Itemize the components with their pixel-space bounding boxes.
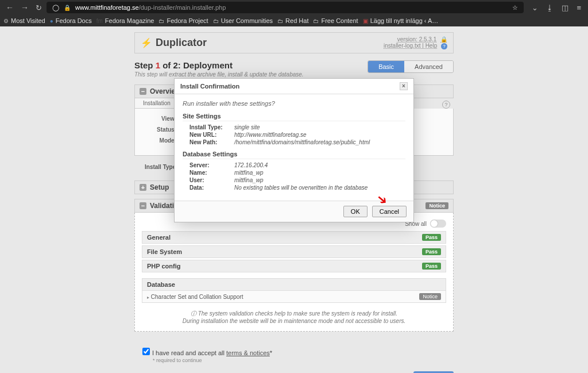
account-icon[interactable]: ◫ xyxy=(562,3,568,12)
kv-row: Data:No existing tables will be overwrit… xyxy=(183,184,405,191)
step-text: Step 1 of 2: Deployment This step will e… xyxy=(134,60,304,78)
val-charset[interactable]: ▸ Character Set and Collation SupportNot… xyxy=(142,291,446,303)
cancel-button[interactable]: Cancel xyxy=(372,206,407,217)
bookmark-label: Fedora Project xyxy=(167,17,208,24)
kv-value: No existing tables will be overwritten i… xyxy=(234,184,368,191)
kv-row: New URL:http://www.mittfinaforetag.se xyxy=(183,131,405,139)
kv-row: Server:172.16.200.4 xyxy=(183,161,405,169)
bookmark-item[interactable]: 🗀Red Hat xyxy=(277,17,308,24)
val-general[interactable]: GeneralPass xyxy=(142,231,446,244)
star-icon[interactable]: ☆ xyxy=(512,4,518,11)
bookmark-item[interactable]: 🗀Fedora Project xyxy=(158,17,208,24)
kv-value: 172.16.200.4 xyxy=(234,162,268,168)
forward-icon[interactable]: → xyxy=(21,3,29,12)
step-row: Step 1 of 2: Deployment This step will e… xyxy=(134,60,454,78)
kv-key: Data: xyxy=(189,184,234,191)
nav-arrows: ← → xyxy=(3,3,31,12)
help-icon[interactable]: ? xyxy=(441,43,447,49)
bookmark-icon: ● xyxy=(50,18,53,24)
info-icon: ⓘ xyxy=(191,310,196,317)
accept-checkbox[interactable] xyxy=(142,348,150,355)
modal-question: Run installer with these settings? xyxy=(183,100,405,107)
url-bar[interactable]: ◯ 🔒 www.mittfinaforetag.se/dup-installer… xyxy=(47,2,524,13)
accept-row: I have read and accept all terms & notic… xyxy=(134,348,454,363)
lock-small-icon: 🔒 xyxy=(440,36,447,43)
url-domain: www.mittfinaforetag.se xyxy=(75,4,139,11)
header-bar: ⚡ Duplicator version: 2.5.3.1 🔒 installe… xyxy=(134,32,454,53)
required-note: * required to continue xyxy=(153,357,446,363)
help-tip-icon[interactable]: ? xyxy=(442,101,450,109)
url-path: /dup-installer/main.installer.php xyxy=(139,4,226,11)
header-title: ⚡ Duplicator xyxy=(141,37,207,49)
kv-row: Install Type:single site xyxy=(183,124,405,131)
modal-body: Run installer with these settings? Site … xyxy=(175,94,413,201)
modal-header: Install Confirmation × xyxy=(175,79,413,94)
bookmark-icon: fm xyxy=(96,18,103,24)
bookmark-label: Fedora Docs xyxy=(56,17,92,24)
browser-chrome: ← → ↻ ◯ 🔒 www.mittfinaforetag.se/dup-ins… xyxy=(0,0,588,26)
kv-value: /home/mittfina/domains/mittfinaforetag.s… xyxy=(234,139,370,145)
label-install-type: Install Type: xyxy=(145,164,178,170)
bolt-icon: ⚡ xyxy=(141,37,152,48)
reload-icon[interactable]: ↻ xyxy=(36,3,42,12)
download-icon[interactable]: ⭳ xyxy=(546,3,554,12)
header-meta: version: 2.5.3.1 🔒 installer-log.txt | H… xyxy=(381,36,447,49)
kv-key: Install Type: xyxy=(189,124,234,130)
kv-value: http://www.mittfinaforetag.se xyxy=(234,132,307,138)
kv-key: New URL: xyxy=(189,132,234,138)
db-settings-heading: Database Settings xyxy=(183,151,405,159)
bookmark-item[interactable]: 🗀User Communities xyxy=(213,17,273,24)
validation-body: Show all GeneralPass File SystemPass PHP… xyxy=(134,213,454,332)
step-subtitle: This step will extract the archive file,… xyxy=(134,71,304,78)
val-php[interactable]: PHP configPass xyxy=(142,260,446,272)
setup-label: Setup xyxy=(150,183,169,191)
pass-badge: Pass xyxy=(422,263,441,270)
kv-value: single site xyxy=(234,124,260,130)
terms-link[interactable]: terms & notices xyxy=(226,349,270,356)
bookmark-icon: 🗀 xyxy=(277,18,283,24)
kv-key: Name: xyxy=(189,170,234,176)
version-link[interactable]: version: 2.5.3.1 xyxy=(397,36,436,43)
bookmark-item[interactable]: ●Fedora Docs xyxy=(50,17,92,24)
shield-icon: ◯ xyxy=(52,4,59,11)
tab-basic[interactable]: Basic xyxy=(368,61,404,72)
pocket-icon[interactable]: ⌄ xyxy=(532,3,538,12)
bookmark-item[interactable]: fmFedora Magazine xyxy=(96,17,154,24)
bookmark-icon: ⚙ xyxy=(3,18,9,24)
tab-advanced[interactable]: Advanced xyxy=(404,61,453,72)
mode-tabs: Basic Advanced xyxy=(368,60,454,73)
lock-icon: 🔒 xyxy=(64,5,71,11)
modal-title: Install Confirmation xyxy=(180,83,239,90)
bookmark-label: Red Hat xyxy=(285,17,308,24)
kv-value: mittfina_wp xyxy=(234,170,264,176)
step-title: Step 1 of 2: Deployment xyxy=(134,60,304,70)
kv-key: User: xyxy=(189,177,234,183)
bookmark-label: Lägg till nytt inlägg ‹ A… xyxy=(370,17,439,24)
val-filesystem[interactable]: File SystemPass xyxy=(142,245,446,258)
bookmark-item[interactable]: ⚙Most Visited xyxy=(3,17,45,24)
bookmark-icon: 🗀 xyxy=(313,18,319,24)
kv-key: Server: xyxy=(189,162,234,168)
collapse-icon: − xyxy=(140,202,146,209)
log-links[interactable]: installer-log.txt | Help xyxy=(384,43,437,49)
ok-button[interactable]: OK xyxy=(343,206,368,217)
show-all-toggle[interactable] xyxy=(430,220,446,228)
notice-badge: Notice xyxy=(425,202,448,209)
collapse-icon: − xyxy=(140,88,146,95)
accept-label[interactable]: I have read and accept all terms & notic… xyxy=(142,349,272,356)
tab-installation[interactable]: Installation xyxy=(134,98,179,109)
pass-badge: Pass xyxy=(422,248,441,255)
modal-footer: OK Cancel xyxy=(175,201,413,222)
bookmark-item[interactable]: 🗀Free Content xyxy=(313,17,358,24)
close-icon[interactable]: × xyxy=(400,82,408,90)
val-database[interactable]: Database xyxy=(142,278,446,291)
bookmarks-bar: ⚙Most Visited●Fedora DocsfmFedora Magazi… xyxy=(0,15,588,26)
bookmark-label: Most Visited xyxy=(11,17,45,24)
toolbar-icons: ⌄ ⭳ ◫ ≡ xyxy=(528,3,585,12)
kv-row: New Path:/home/mittfina/domains/mittfina… xyxy=(183,139,405,146)
bookmark-item[interactable]: ▣Lägg till nytt inlägg ‹ A… xyxy=(363,17,439,24)
pass-badge: Pass xyxy=(422,234,441,241)
bookmark-label: Free Content xyxy=(321,17,358,24)
menu-icon[interactable]: ≡ xyxy=(577,3,581,12)
back-icon[interactable]: ← xyxy=(6,3,14,12)
